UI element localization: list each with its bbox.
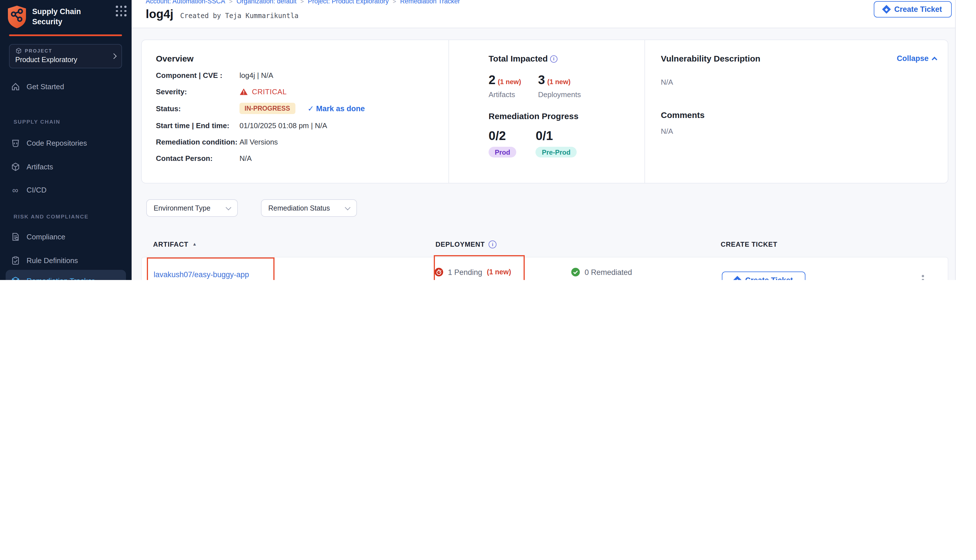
home-icon <box>10 81 20 92</box>
deployment-pending-cell: 1 Pending (1 new) Prod: 1 Pre-Prod: 0 <box>424 268 560 280</box>
component-cve-label: Component | CVE : <box>156 71 240 80</box>
component-cve-value: log4j | N/A <box>240 71 449 80</box>
impacted-deployments-stat: 3(1 new) Deployments <box>538 73 581 99</box>
sidebar-item-get-started[interactable]: Get Started <box>6 76 126 97</box>
artifact-link[interactable]: lavakush07/easy-buggy-app <box>153 270 249 279</box>
accent-divider <box>9 35 122 36</box>
overview-column: Overview Component | CVE : log4j | N/A S… <box>142 40 449 183</box>
infinity-icon: ∞ <box>10 185 20 195</box>
page-header: Account: Automation-SSCA>Organization: d… <box>132 0 955 28</box>
breadcrumb-organization[interactable]: Organization: default <box>237 0 297 5</box>
sidebar-group-risk: RISK AND COMPLIANCE <box>13 213 89 220</box>
total-impacted-heading: Total Impacted i <box>489 53 644 63</box>
artifact-cell: lavakush07/easy-buggy-app (newi) <box>142 269 424 280</box>
status-badge: IN-PROGRESS <box>240 103 295 114</box>
code-repositories-icon <box>10 138 20 148</box>
mark-as-done-link[interactable]: ✓ Mark as done <box>307 104 365 113</box>
main-area: Account: Automation-SSCA>Organization: d… <box>132 0 956 280</box>
app-logo-shield-icon <box>7 5 27 29</box>
ticket-diamond-icon <box>882 5 891 13</box>
remediation-status-filter[interactable]: Remediation Status <box>261 199 357 217</box>
time-value: 01/10/2025 01:08 pm | N/A <box>240 122 449 130</box>
contact-value: N/A <box>240 154 449 163</box>
sidebar-item-remediation-tracker[interactable]: Remediation Tracker <box>6 270 126 280</box>
breadcrumb-account[interactable]: Account: Automation-SSCA <box>146 0 225 5</box>
sidebar-item-label: Remediation Tracker <box>27 276 94 280</box>
artifact-column-header[interactable]: ARTIFACT▲ <box>141 240 424 248</box>
sidebar-item-label: Artifacts <box>27 162 53 171</box>
contact-label: Contact Person: <box>156 154 240 163</box>
sidebar-item-label: Code Repositories <box>27 138 87 147</box>
collapse-link[interactable]: Collapse <box>897 54 936 63</box>
critical-triangle-icon <box>240 88 248 95</box>
create-ticket-button[interactable]: Create Ticket <box>874 1 952 18</box>
table-header-row: ARTIFACT▲ DEPLOYMENTi CREATE TICKET <box>141 232 948 257</box>
deployment-column-header: DEPLOYMENTi <box>424 240 559 248</box>
preprod-progress: 0/1 Pre-Prod <box>536 129 577 158</box>
ticket-diamond-icon <box>733 275 742 280</box>
status-label: Status: <box>156 104 240 113</box>
create-ticket-cell: Create Ticket <box>701 272 870 280</box>
project-cube-icon <box>15 47 22 54</box>
pending-count: 1 Pending <box>448 268 482 276</box>
overview-card: Overview Component | CVE : log4j | N/A S… <box>141 40 948 183</box>
prod-badge: Prod <box>489 147 517 158</box>
page-title: log4j <box>146 7 174 21</box>
project-label: PROJECT <box>25 48 52 53</box>
module-switcher-icon[interactable] <box>116 6 127 17</box>
breadcrumb-separator: > <box>229 0 232 5</box>
artifacts-table: ARTIFACT▲ DEPLOYMENTi CREATE TICKET lava… <box>141 232 948 280</box>
remediated-check-icon <box>571 268 580 277</box>
app-root: Supply Chain Security PROJECT Product Ex… <box>0 0 976 280</box>
prod-progress: 0/2 Prod <box>489 129 517 158</box>
clipboard-check-icon <box>10 255 20 265</box>
details-column: Vulnerability Description Collapse N/A C… <box>644 40 948 183</box>
pending-new: (1 new) <box>487 268 511 276</box>
remediation-tracker-icon <box>10 275 20 280</box>
sidebar-item-cicd[interactable]: ∞ CI/CD <box>6 180 126 200</box>
remediated-count: 0 Remediated <box>585 268 632 276</box>
chevron-down-icon <box>345 204 350 210</box>
breadcrumb-project[interactable]: Project: Product Exploratory <box>308 0 389 5</box>
sidebar-item-code-repositories[interactable]: Code Repositories <box>6 133 126 153</box>
project-selector[interactable]: PROJECT Product Exploratory <box>9 44 122 68</box>
breadcrumb-separator: > <box>300 0 304 5</box>
check-icon: ✓ <box>307 105 314 113</box>
impacted-artifacts-stat: 2(1 new) Artifacts <box>489 73 521 99</box>
table-row: lavakush07/easy-buggy-app (newi) 1 Pendi… <box>141 257 948 280</box>
kebab-menu-icon[interactable] <box>919 275 927 280</box>
sidebar-item-artifacts[interactable]: Artifacts <box>6 157 126 177</box>
artifacts-cube-icon <box>10 162 20 172</box>
breadcrumb: Account: Automation-SSCA>Organization: d… <box>146 0 460 5</box>
create-ticket-column-header: CREATE TICKET <box>701 240 870 248</box>
severity-label: Severity: <box>156 88 240 96</box>
info-icon[interactable]: i <box>550 55 557 62</box>
sidebar-item-rule-definitions[interactable]: Rule Definitions <box>6 250 126 270</box>
chevron-down-icon <box>226 204 231 210</box>
sidebar-group-supply-chain: SUPPLY CHAIN <box>13 118 60 125</box>
comments-heading: Comments <box>661 110 948 120</box>
condition-value: All Versions <box>240 138 449 146</box>
page-subtitle: Created by Teja Kummarikuntla <box>180 12 299 20</box>
preprod-badge: Pre-Prod <box>536 147 577 158</box>
comments-value: N/A <box>661 127 948 135</box>
app-title: Supply Chain Security <box>32 7 81 27</box>
project-name: Product Exploratory <box>15 56 116 64</box>
filters-row: Environment Type Remediation Status <box>146 199 955 217</box>
breadcrumb-separator: > <box>392 0 396 5</box>
sidebar-item-label: CI/CD <box>27 185 47 194</box>
sidebar-item-compliance[interactable]: Compliance <box>6 227 126 247</box>
create-ticket-label: Create Ticket <box>894 5 942 13</box>
create-ticket-button[interactable]: Create Ticket <box>722 272 806 280</box>
sidebar-item-label: Compliance <box>27 232 65 241</box>
breadcrumb-current[interactable]: Remediation Tracker <box>400 0 460 5</box>
chevron-up-icon <box>932 57 937 62</box>
environment-type-filter[interactable]: Environment Type <box>146 199 238 217</box>
condition-label: Remediation condition: <box>156 138 240 146</box>
app-logo-row: Supply Chain Security <box>7 4 125 30</box>
info-icon[interactable]: i <box>489 240 497 248</box>
remediation-progress-heading: Remediation Progress <box>489 111 644 121</box>
overview-heading: Overview <box>156 53 449 63</box>
deployment-remediated-cell: 0 Remediated Prod: 0 Pre-Prod: 0 <box>560 268 701 280</box>
time-label: Start time | End time: <box>156 122 240 130</box>
